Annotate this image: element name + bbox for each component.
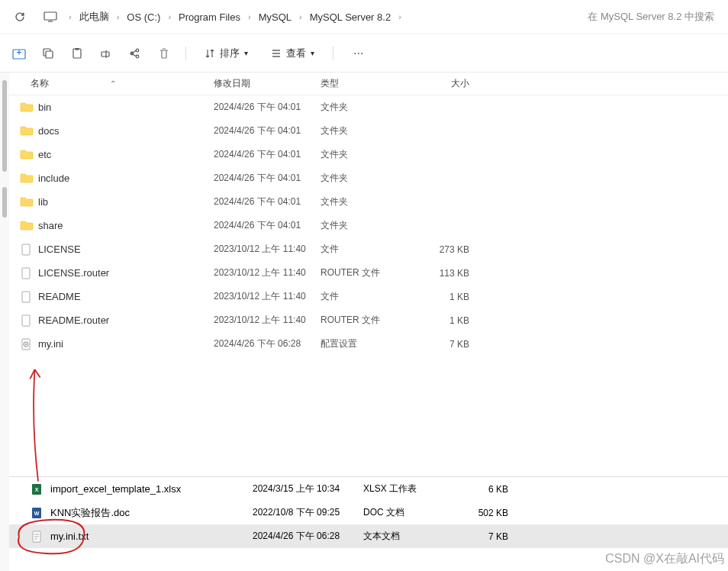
- paste-icon[interactable]: [69, 46, 85, 61]
- file-date: 2024/4/26 下午 04:01: [214, 195, 321, 208]
- file-date: 2024/4/26 下午 06:28: [214, 337, 321, 350]
- column-name-header[interactable]: 名称⌃: [15, 77, 214, 90]
- share-icon[interactable]: [127, 46, 143, 61]
- file-row[interactable]: docs2024/4/26 下午 04:01文件夹: [9, 119, 728, 143]
- breadcrumb-item[interactable]: MySQL Server 8.2: [307, 10, 394, 24]
- file-row[interactable]: my.ini.txt2024/4/26 下午 06:28文本文档7 KB: [9, 524, 728, 548]
- file-row[interactable]: README.router2023/10/12 上午 11:40ROUTER 文…: [9, 308, 728, 332]
- file-name: docs: [38, 125, 59, 137]
- folder-icon: [20, 102, 34, 114]
- file-name: LICENSE.router: [38, 267, 109, 279]
- column-size-header[interactable]: 大小: [408, 77, 469, 90]
- sort-label: 排序: [220, 47, 240, 60]
- breadcrumb-item[interactable]: Program Files: [176, 10, 243, 24]
- file-date: 2024/4/26 下午 04:01: [214, 124, 321, 137]
- chevron-down-icon: ▾: [311, 49, 314, 57]
- toolbar-separator: [333, 47, 333, 60]
- file-type: 文件夹: [321, 148, 408, 161]
- file-row[interactable]: bin2024/4/26 下午 04:01文件夹: [9, 95, 728, 119]
- svg-rect-19: [22, 292, 30, 302]
- column-type-header[interactable]: 类型: [321, 77, 408, 90]
- monitor-icon[interactable]: [38, 5, 63, 29]
- svg-rect-4: [18, 50, 19, 54]
- svg-point-23: [25, 344, 27, 345]
- sort-button[interactable]: 排序 ▾: [200, 44, 253, 63]
- file-date: 2024/4/26 下午 04:01: [214, 219, 321, 232]
- file-row[interactable]: include2024/4/26 下午 04:01文件夹: [9, 166, 728, 190]
- svg-rect-8: [76, 48, 79, 50]
- file-row[interactable]: etc2024/4/26 下午 04:01文件夹: [9, 143, 728, 166]
- file-type: 配置设置: [321, 337, 408, 350]
- doc-icon: W: [31, 507, 44, 519]
- file-name: include: [38, 173, 69, 184]
- file-name: README: [38, 291, 81, 302]
- file-row[interactable]: LICENSE.router2023/10/12 上午 11:40ROUTER …: [9, 261, 728, 285]
- file-name: LICENSE: [38, 244, 81, 255]
- more-button[interactable]: ···: [347, 44, 369, 63]
- file-type: 文件夹: [321, 195, 408, 208]
- file-size: 502 KB: [455, 508, 508, 518]
- chevron-right-icon: ›: [299, 12, 302, 21]
- breadcrumb-item[interactable]: MySQL: [256, 10, 295, 24]
- view-button[interactable]: 查看 ▾: [266, 44, 319, 63]
- chevron-right-icon: ›: [168, 12, 171, 21]
- file-type: 文本文档: [363, 530, 455, 543]
- svg-point-11: [136, 49, 139, 52]
- chevron-right-icon: ›: [398, 12, 401, 21]
- file-row[interactable]: share2024/4/26 下午 04:01文件夹: [9, 214, 728, 237]
- file-name: import_excel_template_1.xlsx: [50, 483, 253, 495]
- copy-icon[interactable]: [40, 46, 56, 61]
- file-row[interactable]: my.ini2024/4/26 下午 06:28配置设置7 KB: [9, 332, 728, 356]
- view-label: 查看: [286, 47, 306, 60]
- file-name: my.ini: [38, 338, 63, 350]
- file-date: 2023/10/12 上午 11:40: [214, 314, 321, 327]
- chevron-down-icon: ▾: [244, 49, 248, 57]
- file-row[interactable]: README2023/10/12 上午 11:40文件1 KB: [9, 285, 728, 308]
- file-date: 2023/10/12 上午 11:40: [214, 266, 321, 279]
- chevron-right-icon: ›: [69, 12, 72, 21]
- rename-icon[interactable]: [98, 46, 114, 61]
- file-name: lib: [38, 196, 48, 208]
- file-date: 2024/4/26 下午 06:28: [253, 530, 363, 543]
- file-type: 文件: [321, 290, 408, 303]
- toolbar-separator: [185, 47, 186, 60]
- list-icon: [271, 48, 282, 59]
- file-type: DOC 文档: [363, 506, 455, 519]
- file-name: README.router: [38, 315, 109, 326]
- file-date: 2024/4/26 下午 04:01: [214, 172, 321, 185]
- svg-rect-7: [73, 49, 81, 58]
- scroll-thumb[interactable]: [2, 187, 7, 218]
- file-name: etc: [38, 149, 51, 160]
- file-size: 7 KB: [455, 531, 508, 542]
- file-row[interactable]: lib2024/4/26 下午 04:01文件夹: [9, 190, 728, 214]
- column-headers: 名称⌃ 修改日期 类型 大小: [9, 73, 728, 95]
- svg-rect-20: [22, 315, 30, 326]
- svg-point-12: [136, 55, 139, 58]
- breadcrumb-item[interactable]: OS (C:): [124, 10, 163, 24]
- file-size: 6 KB: [455, 484, 508, 495]
- file-icon: [20, 315, 34, 327]
- file-row[interactable]: Ximport_excel_template_1.xlsx2024/3/15 上…: [9, 477, 728, 501]
- scrollbar[interactable]: [0, 73, 9, 571]
- breadcrumb-item[interactable]: 此电脑: [76, 8, 112, 25]
- column-date-header[interactable]: 修改日期: [214, 77, 321, 90]
- new-folder-icon[interactable]: [11, 46, 27, 61]
- file-row[interactable]: WKNN实验报告.doc2022/10/8 下午 09:25DOC 文档502 …: [9, 501, 728, 524]
- svg-rect-9: [101, 52, 109, 56]
- file-row[interactable]: LICENSE2023/10/12 上午 11:40文件273 KB: [9, 237, 728, 261]
- file-size: 1 KB: [408, 292, 469, 302]
- file-name: bin: [38, 102, 51, 113]
- file-date: 2024/4/26 下午 04:01: [214, 101, 321, 114]
- refresh-button[interactable]: [8, 5, 32, 29]
- search-input[interactable]: 在 MySQL Server 8.2 中搜索: [581, 7, 720, 27]
- file-type: ROUTER 文件: [321, 266, 408, 279]
- file-type: XLSX 工作表: [363, 482, 455, 495]
- delete-icon[interactable]: [156, 46, 172, 61]
- xlsx-icon: X: [31, 483, 44, 495]
- file-date: 2022/10/8 下午 09:25: [253, 506, 363, 519]
- folder-icon: [20, 173, 34, 185]
- file-icon: [20, 267, 34, 279]
- scroll-thumb[interactable]: [2, 80, 7, 172]
- chevron-right-icon: ›: [248, 12, 251, 21]
- file-type: 文件夹: [321, 101, 408, 114]
